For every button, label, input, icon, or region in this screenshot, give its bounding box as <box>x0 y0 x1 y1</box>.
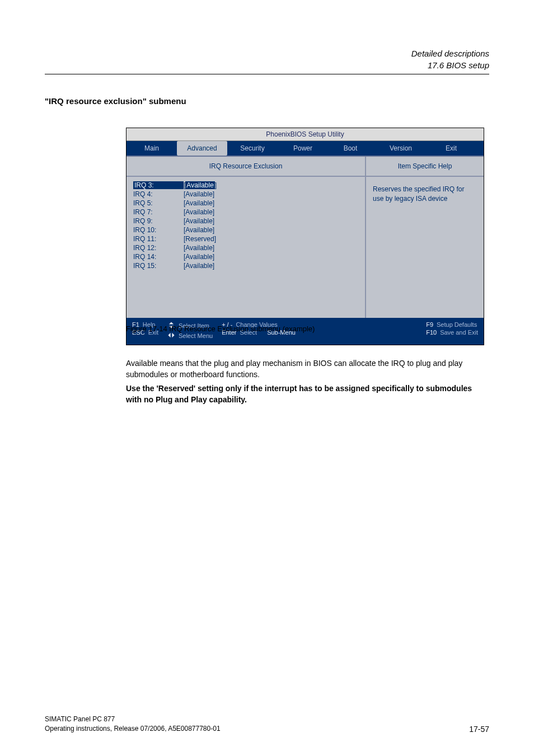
bios-irq-list: IRQ 3:[Available]IRQ 4:[Available]IRQ 5:… <box>127 177 365 318</box>
irq-label: IRQ 7: <box>133 208 184 216</box>
label-setup-defaults: Setup Defaults <box>437 321 477 328</box>
irq-value[interactable]: [Available] <box>184 226 214 234</box>
body-paragraph: Available means that the plug and play m… <box>126 358 489 380</box>
irq-row[interactable]: IRQ 9:[Available] <box>133 217 358 225</box>
irq-row[interactable]: IRQ 15:[Available] <box>133 262 358 270</box>
irq-row[interactable]: IRQ 3:[Available] <box>133 181 358 189</box>
irq-label: IRQ 9: <box>133 217 184 225</box>
key-f10: F10 <box>426 329 437 336</box>
svg-marker-0 <box>169 322 174 324</box>
section-title: "IRQ resource exclusion" submenu <box>45 96 186 106</box>
svg-marker-3 <box>172 333 174 337</box>
irq-value[interactable]: [Available] <box>184 244 214 252</box>
bios-body: IRQ Resource Exclusion IRQ 3:[Available]… <box>127 156 484 318</box>
irq-row[interactable]: IRQ 10:[Available] <box>133 226 358 234</box>
irq-row[interactable]: IRQ 12:[Available] <box>133 244 358 252</box>
irq-label: IRQ 11: <box>133 235 184 243</box>
irq-label: IRQ 12: <box>133 244 184 252</box>
label-save-and-exit: Save and Exit <box>440 329 478 336</box>
irq-value[interactable]: [Available] <box>184 217 214 225</box>
figure-caption: Figure 17-14 IRQ Resource Exclusion subm… <box>126 325 315 333</box>
irq-value[interactable]: [Reserved] <box>184 235 216 243</box>
body-bold-paragraph: Use the 'Reserved' setting only if the i… <box>126 383 489 405</box>
footer-line1: SIMATIC Panel PC 877 <box>45 715 221 724</box>
key-f9: F9 <box>426 321 433 328</box>
bios-window: PhoenixBIOS Setup Utility Main Advanced … <box>126 128 484 345</box>
irq-label: IRQ 5: <box>133 199 184 207</box>
irq-value[interactable]: [Available] <box>184 181 217 189</box>
irq-label: IRQ 3: <box>133 181 184 189</box>
page-number: 17-57 <box>469 725 489 734</box>
bios-right-header: Item Specific Help <box>366 157 484 177</box>
bios-footer-col-4: F9Setup Defaults F10Save and Exit <box>426 321 478 340</box>
tab-main[interactable]: Main <box>127 141 177 156</box>
irq-row[interactable]: IRQ 5:[Available] <box>133 199 358 207</box>
irq-row[interactable]: IRQ 11:[Reserved] <box>133 235 358 243</box>
tab-advanced[interactable]: Advanced <box>177 141 227 156</box>
header-line2: 17.6 BIOS setup <box>411 59 489 71</box>
irq-row[interactable]: IRQ 4:[Available] <box>133 190 358 198</box>
bios-right-panel: Item Specific Help Reserves the specifie… <box>366 157 484 318</box>
irq-row[interactable]: IRQ 14:[Available] <box>133 253 358 261</box>
irq-value[interactable]: [Available] <box>184 253 214 261</box>
irq-label: IRQ 14: <box>133 253 184 261</box>
bios-title-bar: PhoenixBIOS Setup Utility <box>127 128 484 141</box>
bios-left-header: IRQ Resource Exclusion <box>127 157 365 177</box>
page-footer-left: SIMATIC Panel PC 877 Operating instructi… <box>45 715 221 734</box>
tab-boot[interactable]: Boot <box>328 141 373 156</box>
tab-exit[interactable]: Exit <box>429 141 474 156</box>
irq-value[interactable]: [Available] <box>184 190 214 198</box>
bios-tabs: Main Advanced Security Power Boot Versio… <box>127 141 484 156</box>
label-select-menu: Select Menu <box>179 332 213 339</box>
bios-help-text: Reserves the specified IRQ for use by le… <box>366 177 484 318</box>
footer-line2: Operating instructions, Release 07/2006,… <box>45 724 221 734</box>
tab-power[interactable]: Power <box>278 141 328 156</box>
header-rule <box>45 74 489 74</box>
bios-left-panel: IRQ Resource Exclusion IRQ 3:[Available]… <box>127 157 366 318</box>
irq-value[interactable]: [Available] <box>184 208 214 216</box>
irq-row[interactable]: IRQ 7:[Available] <box>133 208 358 216</box>
tab-security[interactable]: Security <box>227 141 278 156</box>
svg-marker-2 <box>168 333 170 337</box>
irq-label: IRQ 15: <box>133 262 184 270</box>
irq-label: IRQ 4: <box>133 190 184 198</box>
header-line1: Detailed descriptions <box>411 48 489 59</box>
irq-label: IRQ 10: <box>133 226 184 234</box>
irq-value[interactable]: [Available] <box>184 199 214 207</box>
tab-version[interactable]: Version <box>373 141 429 156</box>
irq-value[interactable]: [Available] <box>184 262 214 270</box>
page-header: Detailed descriptions 17.6 BIOS setup <box>411 48 489 71</box>
